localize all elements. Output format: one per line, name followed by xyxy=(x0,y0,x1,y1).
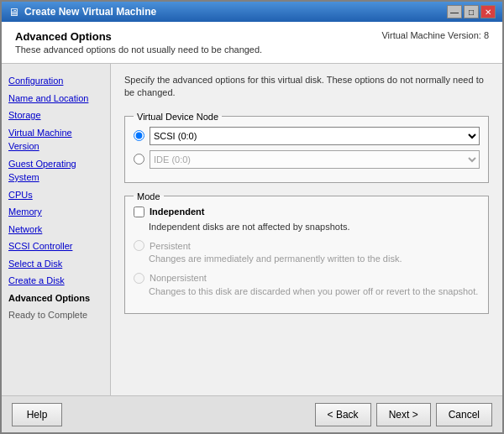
mode-panel: Mode Independent Independent disks are n… xyxy=(124,191,489,314)
sidebar-item-guest-operating-system[interactable]: Guest Operating System xyxy=(8,155,103,186)
persistent-label: Persistent xyxy=(150,241,191,251)
footer-left: Help xyxy=(12,403,62,426)
ide-radio[interactable] xyxy=(134,154,144,165)
nonpersistent-radio-row: Nonpersistent xyxy=(134,273,480,284)
minimize-button[interactable]: — xyxy=(447,5,462,18)
header-subtitle: These advanced options do not usually ne… xyxy=(15,44,262,55)
content-area: Specify the advanced options for this vi… xyxy=(111,64,502,395)
back-button[interactable]: < Back xyxy=(315,403,371,426)
sidebar-item-virtual-machine-version[interactable]: Virtual Machine Version xyxy=(8,124,103,155)
sidebar-item-scsi-controller[interactable]: SCSI Controller xyxy=(8,238,103,255)
next-button[interactable]: Next > xyxy=(376,403,431,426)
independent-checkbox-row: Independent xyxy=(134,207,480,217)
sidebar-item-configuration[interactable]: Configuration xyxy=(8,72,103,90)
ide-select[interactable]: IDE (0:0) IDE (0:1) IDE (1:0) xyxy=(150,150,480,169)
footer-right: < Back Next > Cancel xyxy=(315,403,492,426)
sidebar-item-memory[interactable]: Memory xyxy=(8,203,103,221)
nonpersistent-label: Nonpersistent xyxy=(150,273,207,283)
virtual-device-node-panel: Virtual Device Node SCSI (0:0) SCSI (0:1… xyxy=(124,112,489,183)
independent-description: Independent disks are not affected by sn… xyxy=(149,221,480,233)
sidebar-item-storage[interactable]: Storage xyxy=(8,107,103,124)
footer: Help < Back Next > Cancel xyxy=(2,395,502,432)
window-title: Create New Virtual Machine xyxy=(24,6,156,18)
scsi-select[interactable]: SCSI (0:0) SCSI (0:1) SCSI (1:0) xyxy=(150,127,480,145)
persistent-radio[interactable] xyxy=(134,240,144,251)
sidebar-item-create-a-disk[interactable]: Create a Disk xyxy=(8,272,103,290)
nonpersistent-radio[interactable] xyxy=(134,273,144,284)
sidebar-item-ready-to-complete: Ready to Complete xyxy=(8,306,103,324)
window-icon: 🖥 xyxy=(8,6,19,18)
sidebar-item-advanced-options: Advanced Options xyxy=(8,290,103,307)
content-description: Specify the advanced options for this vi… xyxy=(124,74,489,100)
independent-checkbox[interactable] xyxy=(134,207,144,217)
scsi-select-wrapper: SCSI (0:0) SCSI (0:1) SCSI (1:0) xyxy=(150,127,480,145)
mode-legend: Mode xyxy=(134,191,164,201)
persistent-description: Changes are immediately and permanently … xyxy=(149,253,480,265)
header-version: Virtual Machine Version: 8 xyxy=(381,30,489,40)
sidebar-item-select-a-disk[interactable]: Select a Disk xyxy=(8,255,103,273)
persistent-radio-row: Persistent xyxy=(134,240,480,251)
maximize-button[interactable]: □ xyxy=(464,5,479,18)
scsi-radio[interactable] xyxy=(134,130,144,141)
independent-label: Independent xyxy=(150,207,204,217)
main-content: Configuration Name and Location Storage … xyxy=(2,64,502,395)
title-bar: 🖥 Create New Virtual Machine — □ ✕ xyxy=(2,2,502,22)
scsi-radio-row: SCSI (0:0) SCSI (0:1) SCSI (1:0) xyxy=(134,127,480,145)
header-left: Advanced Options These advanced options … xyxy=(15,30,262,55)
sidebar-item-cpus[interactable]: CPUs xyxy=(8,186,103,204)
title-controls: — □ ✕ xyxy=(447,5,496,18)
title-bar-left: 🖥 Create New Virtual Machine xyxy=(8,6,156,18)
header-title: Advanced Options xyxy=(15,30,262,43)
help-button[interactable]: Help xyxy=(12,403,62,426)
virtual-device-node-legend: Virtual Device Node xyxy=(134,112,222,122)
window: 🖥 Create New Virtual Machine — □ ✕ Advan… xyxy=(0,0,504,434)
sidebar-item-network[interactable]: Network xyxy=(8,221,103,238)
sidebar-item-name-and-location[interactable]: Name and Location xyxy=(8,90,103,107)
close-button[interactable]: ✕ xyxy=(480,5,496,18)
nonpersistent-description: Changes to this disk are discarded when … xyxy=(149,285,480,298)
sidebar: Configuration Name and Location Storage … xyxy=(2,64,111,395)
cancel-button[interactable]: Cancel xyxy=(436,403,492,426)
header-section: Advanced Options These advanced options … xyxy=(2,22,502,64)
ide-radio-row: IDE (0:0) IDE (0:1) IDE (1:0) xyxy=(134,150,480,169)
ide-select-wrapper: IDE (0:0) IDE (0:1) IDE (1:0) xyxy=(150,150,480,169)
